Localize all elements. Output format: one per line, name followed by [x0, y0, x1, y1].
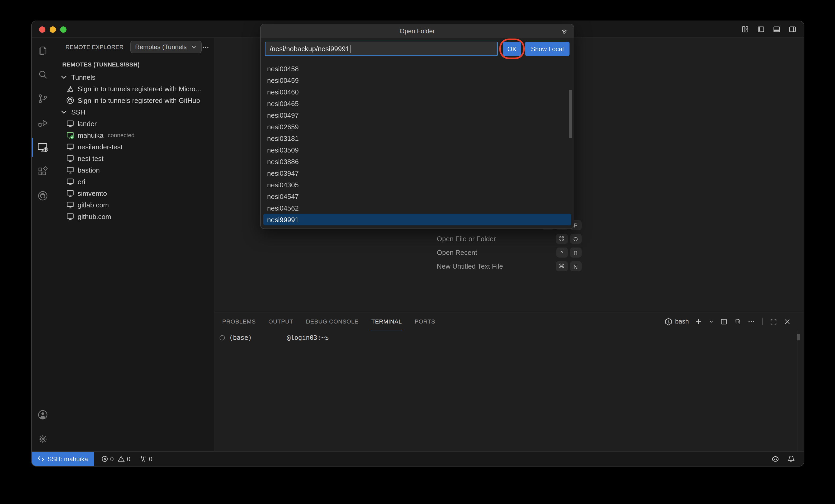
inspect-toggle-icon[interactable] [560, 27, 568, 35]
activity-bar [32, 38, 53, 451]
maximize-panel-icon[interactable] [770, 318, 777, 325]
chevron-down-icon [190, 44, 197, 50]
remote-item-simvemto[interactable]: simvemto [53, 187, 214, 199]
explorer-icon [37, 44, 48, 56]
remote-item-label: nesilander-test [78, 143, 123, 151]
remote-explorer-sidebar: REMOTE EXPLORER Remotes (Tunnels REMOTES… [53, 38, 214, 451]
panel-tab-problems[interactable]: PROBLEMS [222, 313, 256, 330]
panel-more-actions-icon[interactable] [747, 318, 755, 325]
activity-bar-item-settings-gear[interactable] [32, 427, 53, 451]
activity-bar-item-accounts[interactable] [32, 403, 53, 427]
close-panel-icon[interactable] [783, 318, 791, 325]
folder-option-nesi00458[interactable]: nesi00458 [263, 63, 571, 75]
notifications-bell-icon[interactable] [787, 455, 795, 463]
terminal-prompt-text: @login03:~$ [287, 334, 329, 341]
split-terminal-icon[interactable] [720, 318, 728, 325]
forwarded-ports-status[interactable]: 0 [140, 455, 152, 463]
remote-item-gitlab-com[interactable]: gitlab.com [53, 199, 214, 210]
remote-item-mahuika[interactable]: mahuikaconnected [53, 129, 214, 141]
activity-bar-item-search[interactable] [32, 62, 53, 86]
vm-icon [66, 177, 75, 186]
terminal-shell-chip[interactable]: $ bash [665, 318, 689, 325]
azure-icon [66, 84, 75, 93]
folder-option-nesi04305[interactable]: nesi04305 [263, 179, 571, 190]
folder-path-value: /nesi/nobackup/nesi99991 [270, 45, 349, 53]
folder-option-nesi04562[interactable]: nesi04562 [263, 202, 571, 214]
ok-button[interactable]: OK [503, 42, 521, 56]
settings-gear-icon [37, 433, 48, 445]
zoom-window-button[interactable] [60, 26, 66, 33]
remote-item-nesilander-test[interactable]: nesilander-test [53, 141, 214, 153]
terminal-env-text: (base) [229, 334, 252, 341]
folder-option-nesi03509[interactable]: nesi03509 [263, 144, 571, 156]
folder-path-input[interactable]: /nesi/nobackup/nesi99991 [265, 42, 498, 56]
vm-connected-icon [66, 131, 75, 139]
remote-explorer-icon [37, 141, 48, 153]
terminal-launch-dropdown-icon[interactable] [708, 319, 714, 324]
vm-icon [66, 166, 75, 174]
customize-layout-icon[interactable] [741, 25, 749, 33]
remote-item-ssh[interactable]: SSH [53, 106, 214, 118]
folder-option-nesi03886[interactable]: nesi03886 [263, 156, 571, 167]
new-terminal-icon[interactable] [695, 318, 702, 325]
kill-terminal-icon[interactable] [734, 318, 741, 325]
folder-option-nesi02659[interactable]: nesi02659 [263, 121, 571, 133]
minimize-window-button[interactable] [49, 26, 56, 33]
folder-option-nesi00497[interactable]: nesi00497 [263, 109, 571, 121]
keycap: ⌘ [555, 234, 568, 244]
remote-scope-select[interactable]: Remotes (Tunnels [130, 41, 201, 53]
toggle-primary-sidebar-icon[interactable] [757, 25, 765, 33]
problems-status[interactable]: 0 0 [101, 455, 130, 463]
folder-option-nesi00465[interactable]: nesi00465 [263, 98, 571, 109]
remote-item-sign-in-to-tunnels-registered-with-github[interactable]: Sign in to tunnels registered with GitHu… [53, 95, 214, 106]
panel-tab-output[interactable]: OUTPUT [268, 313, 293, 330]
keycap: ⌘ [555, 261, 568, 271]
run-debug-icon [37, 117, 48, 129]
remote-item-bastion[interactable]: bastion [53, 164, 214, 176]
screen: REMOTE EXPLORER Remotes (Tunnels REMOTES… [0, 0, 835, 504]
terminal-scrollbar-thumb[interactable] [797, 334, 800, 340]
terminal-prompt-line: (base) @login03:~$ [220, 333, 793, 342]
folder-option-nesi04547[interactable]: nesi04547 [263, 190, 571, 202]
activity-bar-item-run-debug[interactable] [32, 111, 53, 135]
remote-item-lander[interactable]: lander [53, 118, 214, 129]
github-icon [66, 96, 75, 104]
panel-tab-terminal[interactable]: TERMINAL [371, 313, 402, 330]
activity-bar-item-extensions[interactable] [32, 159, 53, 184]
folder-option-nesi00460[interactable]: nesi00460 [263, 86, 571, 98]
panel-tab-ports[interactable]: PORTS [414, 313, 435, 330]
activity-bar-item-explorer[interactable] [32, 38, 53, 62]
show-local-button[interactable]: Show Local [525, 42, 570, 56]
keycap: ^ [556, 247, 568, 258]
sidebar-more-actions-icon[interactable] [201, 43, 209, 51]
remote-item-label: simvemto [78, 189, 107, 197]
folder-option-nesi03181[interactable]: nesi03181 [263, 133, 571, 144]
copilot-icon[interactable] [771, 455, 779, 463]
remote-item-label: nesi-test [78, 154, 103, 162]
toggle-secondary-sidebar-icon[interactable] [789, 25, 796, 33]
terminal-viewport[interactable]: (base) @login03:~$ [214, 330, 804, 451]
dialog-scrollbar-thumb[interactable] [569, 90, 572, 138]
remote-indicator[interactable]: SSH: mahuika [32, 452, 94, 466]
command-decoration-icon [220, 335, 225, 340]
remote-item-tunnels[interactable]: Tunnels [53, 71, 214, 83]
activity-bar-item-source-control[interactable] [32, 86, 53, 111]
activity-bar-item-github[interactable] [32, 184, 53, 208]
remote-scope-value: Remotes (Tunnels [135, 43, 187, 51]
remote-item-nesi-test[interactable]: nesi-test [53, 153, 214, 164]
toggle-panel-icon[interactable] [773, 25, 781, 33]
remote-item-label: github.com [78, 213, 111, 220]
activity-bar-item-remote-explorer[interactable] [32, 135, 53, 159]
remote-item-eri[interactable]: eri [53, 176, 214, 187]
folder-option-nesi99991[interactable]: nesi99991 [263, 214, 571, 225]
traffic-lights [39, 26, 66, 33]
remote-item-github-com[interactable]: github.com [53, 210, 214, 222]
shortcut-label: New Untitled Text File [437, 262, 555, 270]
remote-item-sign-in-to-tunnels-registered-with-micro[interactable]: Sign in to tunnels registered with Micro… [53, 83, 214, 95]
folder-option-nesi00459[interactable]: nesi00459 [263, 75, 571, 86]
folder-option-nesi03947[interactable]: nesi03947 [263, 167, 571, 179]
show-local-button-label: Show Local [531, 45, 564, 53]
panel-tab-debug-console[interactable]: DEBUG CONSOLE [306, 313, 359, 330]
svg-text:$: $ [667, 319, 670, 323]
close-window-button[interactable] [39, 26, 45, 33]
